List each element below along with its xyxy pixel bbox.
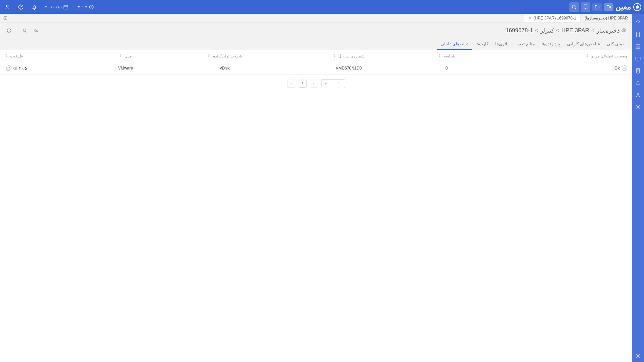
help-icon[interactable] bbox=[16, 2, 26, 12]
header-time-value: ۱۰:۳۰:۱۷ bbox=[73, 5, 87, 9]
lang-fa-button[interactable]: Fa bbox=[604, 3, 613, 11]
svg-rect-2 bbox=[64, 5, 68, 9]
notifications-icon[interactable] bbox=[30, 2, 39, 12]
search-icon[interactable] bbox=[569, 2, 579, 12]
bookmark-icon[interactable] bbox=[581, 2, 590, 12]
brand-logo: معین bbox=[615, 3, 641, 11]
lang-en-button[interactable]: En bbox=[592, 3, 602, 11]
clock-icon bbox=[88, 4, 94, 10]
header-date-value: ۱۴۰۰/۱۰/۱۵ bbox=[43, 5, 61, 9]
svg-point-5 bbox=[6, 5, 8, 7]
brand-name: معین bbox=[615, 3, 631, 11]
calendar-icon bbox=[63, 4, 69, 10]
user-icon[interactable] bbox=[3, 2, 12, 12]
header-date: ۱۴۰۰/۱۰/۱۵ bbox=[43, 4, 69, 10]
brand-logo-icon bbox=[633, 3, 641, 11]
svg-point-0 bbox=[572, 5, 575, 8]
topnav: معین Fa En ۱۰:۳۰:۱۷ ۱۴۰۰/۱۰/۱۵ bbox=[0, 0, 644, 14]
header-time: ۱۰:۳۰:۱۷ bbox=[73, 4, 95, 10]
svg-point-4 bbox=[21, 8, 21, 8]
